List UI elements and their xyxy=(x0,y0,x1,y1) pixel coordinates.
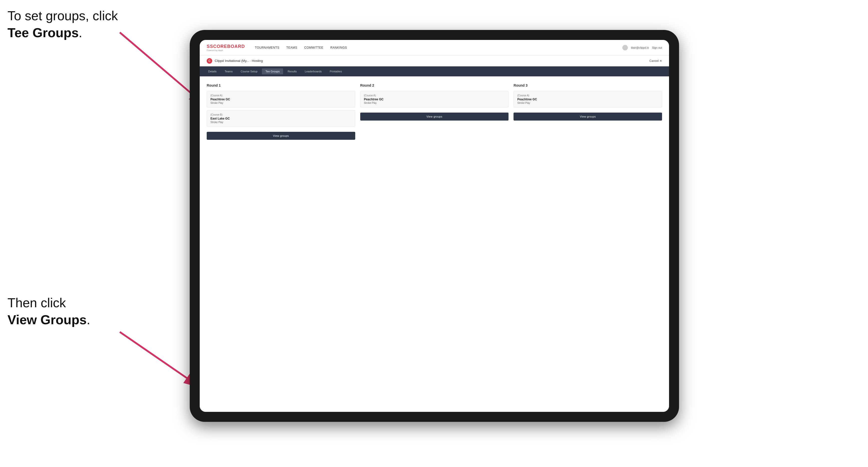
round-1-course-a-label: (Course A) xyxy=(211,94,351,97)
logo-area: SSCOREBOARD Powered by clippit xyxy=(207,44,245,52)
instruction-top-bold: Tee Groups xyxy=(7,26,79,40)
view-groups-button-round-3[interactable]: View groups xyxy=(514,113,662,121)
round-3-course-a-card: (Course A) Peachtree GC Stroke Play xyxy=(514,91,662,107)
nav-tournaments[interactable]: TOURNAMENTS xyxy=(255,45,279,51)
nav-teams[interactable]: TEAMS xyxy=(286,45,297,51)
round-3-title: Round 3 xyxy=(514,83,662,87)
tab-printables[interactable]: Printables xyxy=(326,68,345,74)
top-nav: SSCOREBOARD Powered by clippit TOURNAMEN… xyxy=(200,40,669,55)
nav-right: blair@clippd.io Sign out xyxy=(622,45,662,51)
sub-nav: Details Teams Course Setup Tee Groups Re… xyxy=(200,66,669,76)
round-2-column: Round 2 (Course A) Peachtree GC Stroke P… xyxy=(360,83,509,140)
round-3-course-a-label: (Course A) xyxy=(517,94,658,97)
round-1-course-b-name: East Lake GC xyxy=(211,117,351,120)
instruction-bottom-line1: Then click xyxy=(7,295,66,310)
logo-text: SSCOREBOARD xyxy=(207,44,245,49)
cancel-button[interactable]: Cancel ✕ xyxy=(649,59,662,63)
view-groups-button-round-2[interactable]: View groups xyxy=(360,113,509,121)
sign-out-link[interactable]: Sign out xyxy=(652,46,662,49)
round-1-column: Round 1 (Course A) Peachtree GC Stroke P… xyxy=(207,83,355,140)
round-1-title: Round 1 xyxy=(207,83,355,87)
tab-teams[interactable]: Teams xyxy=(221,68,236,74)
round-2-course-a-format: Stroke Play xyxy=(364,101,505,104)
round-3-course-a-format: Stroke Play xyxy=(517,101,658,104)
main-content: Round 1 (Course A) Peachtree GC Stroke P… xyxy=(200,76,669,412)
tab-results[interactable]: Results xyxy=(284,68,300,74)
round-3-column: Round 3 (Course A) Peachtree GC Stroke P… xyxy=(514,83,662,140)
round-1-course-a-card: (Course A) Peachtree GC Stroke Play xyxy=(207,91,355,107)
tab-details[interactable]: Details xyxy=(205,68,220,74)
round-1-course-a-format: Stroke Play xyxy=(211,101,351,104)
nav-rankings[interactable]: RANKINGS xyxy=(330,45,347,51)
user-avatar xyxy=(622,45,628,51)
tournament-name: Clippd Invitational (My... · Hosting xyxy=(215,59,649,63)
round-2-course-a-name: Peachtree GC xyxy=(364,98,505,101)
tab-leaderboards[interactable]: Leaderboards xyxy=(301,68,325,74)
view-groups-button-round-1[interactable]: View groups xyxy=(207,132,355,140)
nav-links: TOURNAMENTS TEAMS COMMITTEE RANKINGS xyxy=(255,45,622,51)
nav-committee[interactable]: COMMITTEE xyxy=(304,45,323,51)
round-1-course-b-label: (Course B) xyxy=(211,113,351,116)
round-1-course-b-card: (Course B) East Lake GC Stroke Play xyxy=(207,110,355,127)
round-2-course-a-label: (Course A) xyxy=(364,94,505,97)
tab-course-setup[interactable]: Course Setup xyxy=(237,68,261,74)
round-2-course-a-card: (Course A) Peachtree GC Stroke Play xyxy=(360,91,509,107)
round-2-title: Round 2 xyxy=(360,83,509,87)
round-1-course-b-format: Stroke Play xyxy=(211,121,351,124)
tablet-device: SSCOREBOARD Powered by clippit TOURNAMEN… xyxy=(190,30,679,422)
tablet-screen: SSCOREBOARD Powered by clippit TOURNAMEN… xyxy=(200,40,669,412)
svg-line-3 xyxy=(120,332,200,387)
tournament-logo: C xyxy=(207,58,212,64)
round-3-course-a-name: Peachtree GC xyxy=(517,98,658,101)
tournament-bar: C Clippd Invitational (My... · Hosting C… xyxy=(200,55,669,66)
rounds-container: Round 1 (Course A) Peachtree GC Stroke P… xyxy=(207,83,662,140)
user-email: blair@clippd.io xyxy=(631,46,649,49)
logo-sub: Powered by clippit xyxy=(207,49,245,52)
round-1-course-a-name: Peachtree GC xyxy=(211,98,351,101)
tab-tee-groups[interactable]: Tee Groups xyxy=(262,68,283,74)
